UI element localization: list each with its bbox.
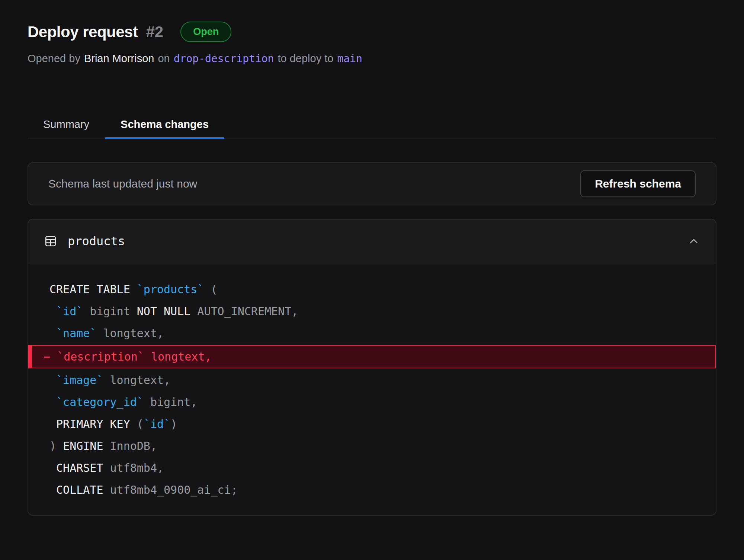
target-branch[interactable]: main bbox=[337, 52, 362, 65]
byline-middle: to deploy to bbox=[278, 52, 333, 65]
byline-on: on bbox=[158, 52, 170, 65]
code-line: `name` longtext, bbox=[28, 322, 716, 344]
code-line: COLLATE utf8mb4_0900_ai_ci; bbox=[28, 479, 716, 501]
code-line: `id` bigint NOT NULL AUTO_INCREMENT, bbox=[28, 300, 716, 322]
page-title: Deploy request bbox=[28, 23, 138, 41]
author-name: Brian Morrison bbox=[84, 52, 154, 65]
deploy-request-number: #2 bbox=[146, 23, 163, 41]
sql-code: CREATE TABLE `products` ( `id` bigint NO… bbox=[28, 263, 716, 515]
refresh-schema-button[interactable]: Refresh schema bbox=[580, 170, 696, 197]
code-line: PRIMARY KEY (`id`) bbox=[28, 413, 716, 435]
code-line: CHARSET utf8mb4, bbox=[28, 457, 716, 479]
table-icon bbox=[44, 234, 57, 248]
page-header: Deploy request #2 Open bbox=[28, 22, 716, 42]
chevron-up-icon[interactable] bbox=[687, 235, 700, 247]
schema-status-bar: Schema last updated just now Refresh sch… bbox=[28, 162, 716, 205]
tab-schema-changes[interactable]: Schema changes bbox=[105, 111, 224, 138]
byline: Opened by Brian Morrison on drop-descrip… bbox=[28, 52, 716, 65]
table-panel-header[interactable]: products bbox=[28, 220, 716, 263]
status-badge: Open bbox=[180, 22, 231, 42]
source-branch[interactable]: drop-description bbox=[174, 52, 274, 65]
deploy-request-page: Deploy request #2 Open Opened by Brian M… bbox=[28, 0, 716, 516]
code-line: ) ENGINE InnoDB, bbox=[28, 435, 716, 457]
diff-removed-line: − `description` longtext, bbox=[28, 345, 716, 368]
table-schema-panel: products CREATE TABLE `products` ( `id` … bbox=[28, 219, 716, 516]
tab-bar: Summary Schema changes bbox=[28, 111, 716, 138]
byline-prefix: Opened by bbox=[28, 52, 80, 65]
table-name: products bbox=[68, 234, 125, 248]
code-line: CREATE TABLE `products` ( bbox=[28, 278, 716, 300]
tab-summary[interactable]: Summary bbox=[28, 111, 105, 138]
schema-status-text: Schema last updated just now bbox=[48, 177, 197, 190]
code-line: `image` longtext, bbox=[28, 369, 716, 391]
code-line: `category_id` bigint, bbox=[28, 391, 716, 413]
